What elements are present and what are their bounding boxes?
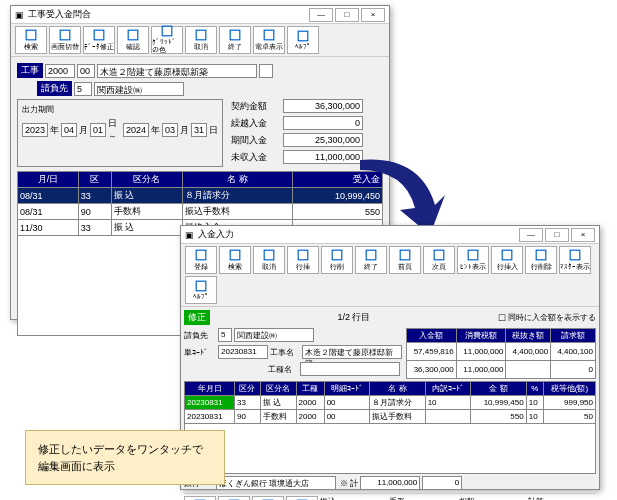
keiyaku-amt: 36,300,000 bbox=[283, 99, 363, 113]
to-month[interactable]: 03 bbox=[162, 123, 178, 137]
confirm-button[interactable]: 確認 bbox=[117, 26, 149, 54]
calc-disp-button[interactable]: 電卓表示 bbox=[253, 26, 285, 54]
from-day[interactable]: 01 bbox=[90, 123, 106, 137]
search-icon bbox=[25, 29, 37, 41]
minimize-button[interactable]: — bbox=[309, 8, 333, 22]
koji-name[interactable]: 木造２階建て藤原様邸新築 bbox=[302, 345, 402, 359]
table-row[interactable]: 08/3190手数料振込手数料550 bbox=[18, 204, 383, 220]
cancel-icon bbox=[263, 249, 275, 261]
sousai-label: 相殺 bbox=[459, 496, 527, 500]
svg-rect-0 bbox=[26, 30, 36, 40]
search-button[interactable]: 検索 bbox=[15, 26, 47, 54]
checkbox[interactable]: ☐ bbox=[498, 313, 506, 323]
table-row[interactable]: 08/3133振 込８月請求分10,999,450 bbox=[18, 188, 383, 204]
page-indicator: 1/2 行目 bbox=[212, 311, 496, 324]
data-edit-button[interactable]: ﾃﾞｰﾀ修正 bbox=[83, 26, 115, 54]
col-header: 区 bbox=[78, 172, 111, 188]
help-button[interactable]: ﾍﾙﾌﾟ bbox=[287, 26, 319, 54]
callout-line2: 編集画面に表示 bbox=[38, 458, 212, 475]
kurikoshi-label: 繰越入金 bbox=[231, 117, 281, 130]
koji-label2: 工種名 bbox=[268, 364, 298, 375]
close-button[interactable]: 終了 bbox=[219, 26, 251, 54]
pageprev-icon bbox=[399, 249, 411, 261]
grid-color-icon bbox=[161, 25, 173, 37]
seikyu-code[interactable]: 5 bbox=[74, 82, 92, 96]
svg-rect-11 bbox=[264, 250, 274, 260]
koji-name[interactable]: 木造２階建て藤原様邸新築 bbox=[97, 64, 257, 78]
minimize-button[interactable]: — bbox=[519, 228, 543, 242]
search-button[interactable]: 検索 bbox=[219, 246, 251, 274]
delrow-button[interactable]: 行削除 bbox=[525, 246, 557, 274]
table-row[interactable]: 2023083133振 込200000８月請求分1010,999,4501099… bbox=[185, 396, 596, 410]
total-label: ※ 計 bbox=[340, 478, 358, 489]
seikyu-code[interactable]: 5 bbox=[218, 328, 232, 342]
help-button[interactable]: ﾍﾙﾌﾟ bbox=[185, 276, 217, 304]
bank-name[interactable]: ほくぎん銀行 環境通大店 bbox=[216, 476, 336, 490]
rowins-button[interactable]: 行挿 bbox=[287, 246, 319, 274]
delrow-icon bbox=[535, 249, 547, 261]
genkin-label: 計算 bbox=[528, 496, 596, 500]
svg-rect-19 bbox=[536, 250, 546, 260]
cancel-button[interactable]: 取消 bbox=[253, 246, 285, 274]
master-button[interactable]: ﾏｽﾀｰ表示 bbox=[559, 246, 591, 274]
rowins-icon bbox=[297, 249, 309, 261]
table-row[interactable]: 2023083190手数料200000振込手数料5501050 bbox=[185, 410, 596, 424]
maximize-button[interactable]: □ bbox=[335, 8, 359, 22]
app-icon: ▣ bbox=[185, 230, 194, 240]
furikomi-label: 振込 bbox=[320, 496, 388, 500]
cancel-button[interactable]: 取消 bbox=[185, 26, 217, 54]
register-icon bbox=[195, 249, 207, 261]
cancel-icon bbox=[195, 29, 207, 41]
minyukin-label: 未収入金 bbox=[231, 151, 281, 164]
to-year[interactable]: 2024 bbox=[123, 123, 149, 137]
close-button[interactable]: 終了 bbox=[252, 496, 284, 500]
svg-rect-9 bbox=[196, 250, 206, 260]
maximize-button[interactable]: □ bbox=[545, 228, 569, 242]
app-icon: ▣ bbox=[15, 10, 24, 20]
rowdel-button[interactable]: 行削 bbox=[321, 246, 353, 274]
register-button[interactable]: 登録 bbox=[185, 246, 217, 274]
to-day[interactable]: 31 bbox=[191, 123, 207, 137]
from-year[interactable]: 2023 bbox=[22, 123, 48, 137]
pageprev-button[interactable]: 前頁 bbox=[389, 246, 421, 274]
window-title: 工事受入金問合 bbox=[28, 8, 91, 21]
data-edit-icon bbox=[93, 29, 105, 41]
insrow-button[interactable]: 行挿入 bbox=[491, 246, 523, 274]
register-button[interactable]: 登録 bbox=[184, 496, 216, 500]
close-button[interactable]: 終了 bbox=[355, 246, 387, 274]
from-month[interactable]: 04 bbox=[61, 123, 77, 137]
svg-rect-16 bbox=[434, 250, 444, 260]
pagenext-button[interactable]: 次頁 bbox=[423, 246, 455, 274]
koji-code[interactable]: 2000 bbox=[45, 64, 75, 78]
seikyu-name[interactable]: 関西建設㈱ bbox=[94, 82, 184, 96]
period-label: 出力期間 bbox=[22, 104, 218, 115]
svg-rect-13 bbox=[332, 250, 342, 260]
calc-button[interactable]: 電卓表示 bbox=[286, 496, 318, 500]
grid-color-button[interactable]: ｸﾞﾘｯﾄﾞの色 bbox=[151, 26, 183, 54]
close-button[interactable]: × bbox=[571, 228, 595, 242]
svg-rect-14 bbox=[366, 250, 376, 260]
seikyu-name[interactable]: 関西建設㈱ bbox=[234, 328, 314, 342]
screen-toggle-button[interactable]: 画面切替 bbox=[49, 26, 81, 54]
help-icon bbox=[297, 30, 309, 42]
denpyo-code[interactable]: 20230831 bbox=[218, 345, 268, 359]
close-icon bbox=[365, 249, 377, 261]
close-button[interactable]: × bbox=[361, 8, 385, 22]
svg-rect-4 bbox=[162, 26, 172, 36]
window-title: 入金入力 bbox=[198, 228, 234, 241]
koji-sub[interactable]: 00 bbox=[77, 64, 95, 78]
callout: 修正したいデータをワンタッチで 編集画面に表示 bbox=[25, 430, 225, 485]
confirm-icon bbox=[127, 29, 139, 41]
hints-button[interactable]: ﾋﾝﾄ表示 bbox=[457, 246, 489, 274]
insrow-icon bbox=[501, 249, 513, 261]
svg-rect-1 bbox=[60, 30, 70, 40]
svg-rect-7 bbox=[264, 30, 274, 40]
hints-icon bbox=[467, 249, 479, 261]
kosyu-name[interactable] bbox=[300, 362, 400, 376]
pagenext-icon bbox=[433, 249, 445, 261]
kikan-amt: 25,300,000 bbox=[283, 133, 363, 147]
cancel-button[interactable]: 取消 bbox=[218, 496, 250, 500]
seikyu-label: 請負先 bbox=[184, 330, 216, 341]
svg-rect-3 bbox=[128, 30, 138, 40]
koji-flag[interactable] bbox=[259, 64, 273, 78]
